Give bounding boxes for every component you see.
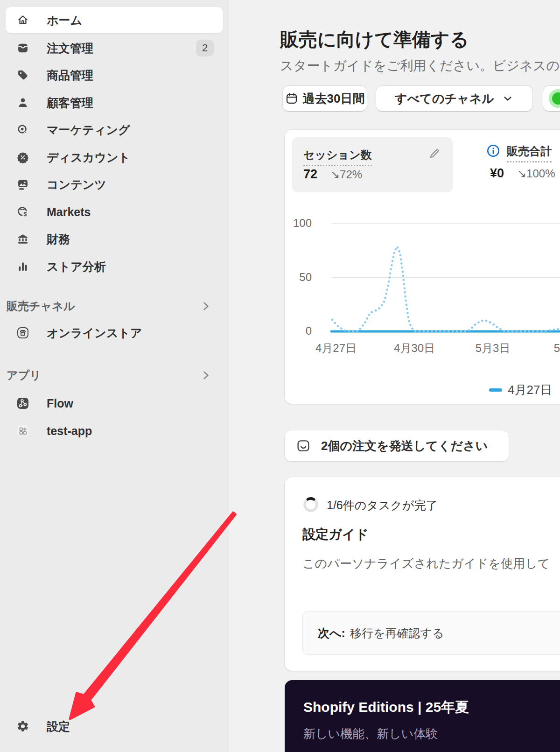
sidebar-item-label: ディスカウント bbox=[47, 150, 130, 165]
live-dot-icon bbox=[549, 89, 560, 108]
setup-guide-card: 1/6件のタスクが完了 設定ガイド このパーソナライズされたガイドを使用して 次… bbox=[285, 477, 560, 671]
edit-pencil-icon[interactable] bbox=[428, 148, 441, 160]
next-task-item[interactable]: 次へ: 移行を再確認する bbox=[302, 611, 560, 655]
sidebar-item-label: コンテンツ bbox=[47, 177, 106, 192]
order-box-icon bbox=[296, 438, 311, 453]
sidebar-item-analytics[interactable]: ストア分析 bbox=[6, 253, 223, 280]
sidebar-item-flow[interactable]: Flow bbox=[6, 390, 223, 416]
home-icon bbox=[16, 13, 30, 27]
legend-label: 4月27日 bbox=[508, 382, 552, 398]
sidebar-item-label: Markets bbox=[47, 205, 91, 219]
next-label: 次へ: bbox=[318, 625, 345, 641]
date-range-label: 過去30日間 bbox=[303, 91, 365, 107]
sidebar-item-label: ストア分析 bbox=[47, 259, 106, 274]
x-tick-label: 5月6日 bbox=[539, 341, 560, 356]
discount-icon bbox=[16, 150, 30, 164]
chevron-down-icon bbox=[502, 92, 514, 105]
next-task-text: 移行を再確認する bbox=[350, 625, 444, 641]
sidebar-item-products[interactable]: 商品管理 bbox=[6, 62, 223, 88]
sidebar-item-home[interactable]: ホーム bbox=[6, 7, 223, 33]
chevron-right-icon bbox=[200, 300, 212, 312]
sidebar-item-label: 設定 bbox=[47, 719, 70, 734]
marketing-target-icon bbox=[16, 123, 30, 137]
sidebar-item-label: Flow bbox=[47, 397, 73, 410]
sessions-metric-label: セッション数 bbox=[303, 148, 372, 166]
date-range-button[interactable]: 過去30日間 bbox=[282, 85, 367, 112]
info-icon[interactable] bbox=[486, 144, 500, 158]
markets-globe-icon: $ bbox=[16, 205, 30, 219]
orders-count-badge: 2 bbox=[196, 40, 214, 56]
sessions-metric-tile[interactable]: セッション数 72 ↘72% bbox=[292, 137, 453, 192]
sales-delta: ↘100% bbox=[517, 167, 555, 180]
sidebar-item-label: 顧客管理 bbox=[47, 95, 93, 111]
x-tick-label: 4月30日 bbox=[382, 341, 447, 356]
sidebar-item-markets[interactable]: $ Markets bbox=[6, 199, 223, 225]
sales-metric-label[interactable]: 販売合計 bbox=[507, 144, 552, 162]
sales-channels-title: 販売チャネル bbox=[7, 299, 75, 314]
apps-header[interactable]: アプリ bbox=[7, 366, 222, 385]
setup-guide-title: 設定ガイド bbox=[302, 526, 369, 543]
sidebar-item-label: オンラインストア bbox=[47, 325, 142, 341]
page-subtitle: スタートガイドをご利用ください。ビジネスの発展 bbox=[280, 57, 560, 75]
sidebar-item-label: マーケティング bbox=[47, 122, 130, 138]
sidebar-item-content[interactable]: コンテンツ bbox=[6, 171, 223, 197]
orders-icon bbox=[16, 41, 30, 55]
sidebar-item-label: 注文管理 bbox=[47, 41, 93, 56]
test-app-icon bbox=[16, 424, 30, 438]
chevron-right-icon bbox=[200, 369, 212, 381]
sidebar-item-settings[interactable]: 設定 bbox=[6, 713, 223, 739]
editions-card[interactable]: Shopify Editions | 25年夏 新しい機能、新しい体験 bbox=[285, 680, 560, 752]
editions-title: Shopify Editions | 25年夏 bbox=[303, 698, 469, 717]
sidebar-item-online-store[interactable]: オンラインストア bbox=[6, 320, 223, 346]
editions-subtitle: 新しい機能、新しい体験 bbox=[303, 726, 438, 742]
products-tag-icon bbox=[16, 68, 30, 82]
sidebar-item-label: test-app bbox=[47, 424, 92, 438]
sidebar-item-label: 商品管理 bbox=[47, 68, 93, 83]
flow-app-icon bbox=[16, 396, 30, 410]
legend-line-swatch bbox=[489, 388, 502, 392]
page-title: 販売に向けて準備する bbox=[280, 27, 469, 52]
sales-value: ¥0 bbox=[490, 166, 504, 181]
online-store-icon bbox=[16, 326, 30, 340]
sessions-delta: ↘72% bbox=[330, 168, 362, 181]
sidebar-item-label: ホーム bbox=[47, 13, 82, 28]
x-tick-label: 5月3日 bbox=[460, 341, 525, 356]
fulfill-orders-text: 2個の注文を発送してください bbox=[321, 438, 488, 454]
sales-channels-header[interactable]: 販売チャネル bbox=[7, 297, 222, 316]
shopify-admin: { "colors": { "chart_solid": "#2ea7e0", … bbox=[0, 0, 560, 752]
sidebar-item-label: 財務 bbox=[47, 232, 70, 247]
sidebar-item-discounts[interactable]: ディスカウント bbox=[6, 144, 223, 170]
apps-title: アプリ bbox=[7, 368, 41, 383]
sidebar: ホーム 注文管理 2 商品管理 顧客管理 bbox=[0, 0, 229, 752]
sidebar-item-finance[interactable]: 財務 bbox=[6, 226, 223, 252]
live-view-button[interactable] bbox=[543, 85, 560, 112]
gear-icon bbox=[16, 719, 30, 733]
channel-filter-button[interactable]: すべてのチャネル bbox=[376, 85, 533, 112]
fulfill-orders-banner[interactable]: 2個の注文を発送してください bbox=[285, 430, 509, 461]
calendar-icon bbox=[285, 92, 298, 105]
sessions-chart bbox=[285, 201, 560, 355]
analytics-card: セッション数 72 ↘72% 販売合計 ¥0 ↘100% 050100 4月27… bbox=[285, 130, 560, 404]
setup-progress-text: 1/6件のタスクが完了 bbox=[327, 498, 438, 513]
customers-icon bbox=[16, 96, 30, 110]
channel-filter-label: すべてのチャネル bbox=[395, 91, 494, 107]
chart-legend: 4月27日 bbox=[489, 382, 552, 398]
sidebar-item-customers[interactable]: 顧客管理 bbox=[6, 90, 223, 116]
analytics-bars-icon bbox=[16, 260, 30, 274]
finance-bank-icon bbox=[16, 232, 30, 246]
x-tick-label: 4月27日 bbox=[303, 341, 369, 356]
sidebar-item-orders[interactable]: 注文管理 2 bbox=[6, 35, 223, 61]
sidebar-item-test-app[interactable]: test-app bbox=[6, 418, 223, 444]
setup-guide-description: このパーソナライズされたガイドを使用して bbox=[302, 555, 550, 572]
sessions-value: 72 bbox=[303, 167, 317, 182]
sidebar-item-marketing[interactable]: マーケティング bbox=[6, 117, 223, 143]
svg-text:$: $ bbox=[23, 211, 27, 218]
progress-donut bbox=[302, 496, 319, 513]
content-image-icon bbox=[16, 177, 30, 191]
